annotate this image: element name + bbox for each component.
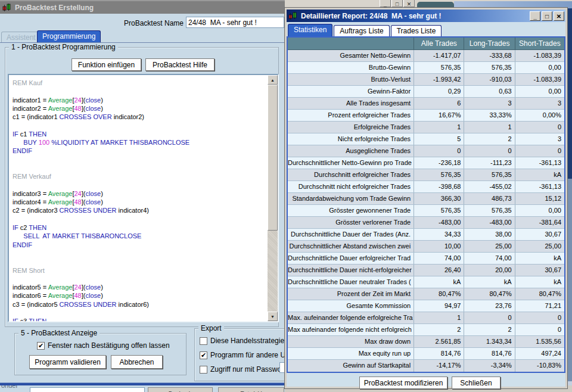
close-report-button[interactable]: Schließen: [452, 377, 500, 389]
row-value: -14,17%: [414, 360, 464, 372]
row-label: Max aufeinander folgende nicht erfolgrei…: [288, 324, 414, 335]
row-value: 74,00: [464, 253, 515, 264]
table-row: Gewinn auf Startkapital-14,17%-3,34%-10,…: [288, 360, 564, 372]
report-titlebar[interactable]: Detaillierter Report: 24/48 MA - sehr gu…: [287, 10, 565, 22]
row-value: 576,35: [414, 62, 464, 73]
code-editor[interactable]: REM Kaufindicator1 = Average[24](close)i…: [8, 74, 279, 322]
tab-programmierung[interactable]: Programmierung: [37, 30, 101, 43]
scrollbar-thumb[interactable]: [268, 85, 278, 231]
background-text-fragment: onder: [1, 385, 18, 389]
background-button-1[interactable]: Beobach: [148, 387, 213, 392]
row-label: Durchschnitt nicht erfolgreicher Trades: [288, 181, 414, 192]
row-value: 1: [414, 122, 464, 133]
background-close-button[interactable]: ✕: [403, 0, 415, 7]
background-minimize-button[interactable]: _: [380, 0, 391, 7]
row-value: -333,68: [464, 50, 515, 61]
export-checkbox[interactable]: [200, 337, 207, 345]
export-checkbox[interactable]: ✔: [200, 351, 207, 359]
row-label: Nicht erfolgreiche Trades: [288, 133, 414, 145]
export-option-row[interactable]: Diese Handelsstrategie in d: [200, 337, 285, 345]
scroll-up-icon[interactable]: ▲: [268, 75, 278, 85]
row-value: 366,30: [414, 193, 464, 204]
row-value: 497,24: [515, 348, 564, 359]
row-value: 6: [414, 98, 464, 109]
code-line: [13, 164, 268, 172]
code-line: indicator6 = Average[48](close): [13, 291, 268, 300]
close-button[interactable]: ✕: [554, 11, 564, 21]
stats-table-header: Alle TradesLong-TradesShort-Trades: [288, 38, 564, 50]
keep-open-checkbox-row[interactable]: ✔ Fenster nach Bestätigung offen lassen: [37, 341, 170, 350]
background-maximize-button[interactable]: □: [391, 0, 403, 7]
report-tab-trades-liste[interactable]: Trades Liste: [391, 25, 442, 36]
row-value: 0,00: [515, 62, 564, 73]
export-option-row[interactable]: Zugriff nur mit Passwort:: [200, 365, 285, 374]
row-label: Durchschnittliche Dauer neutraler Trades…: [288, 276, 414, 288]
background-button-2[interactable]: Entwickl: [218, 387, 284, 392]
row-label: Gewinn-Faktor: [288, 86, 414, 97]
table-row: Prozent erfolgreicher Trades16,67%33,33%…: [288, 110, 564, 122]
code-line: indicator4 = Average[48](close): [13, 198, 268, 206]
code-line: [13, 121, 268, 129]
table-row: Durchschnittlicher Abstand zwischen zwei…: [288, 241, 564, 253]
tab-assistent[interactable]: Assistent: [1, 32, 41, 43]
row-value: 26,40: [414, 265, 464, 276]
row-value: 2: [464, 133, 515, 145]
code-line: REM Kauf: [13, 79, 268, 87]
validate-button[interactable]: Programm validieren: [29, 355, 106, 369]
table-row: Ausgeglichene Trades000: [288, 145, 564, 157]
scroll-down-icon[interactable]: ▼: [268, 312, 278, 321]
row-value: 0: [515, 122, 564, 133]
cancel-button[interactable]: Abbrechen: [111, 355, 163, 369]
probacktest-titlebar[interactable]: ProBacktest Erstellung: [0, 1, 285, 14]
stats-table: Alle TradesLong-TradesShort-Trades Gesam…: [287, 36, 565, 373]
table-row: Durchschnittlicher Netto-Gewinn pro Trad…: [288, 157, 564, 169]
code-line: [13, 275, 268, 283]
modify-probacktest-button[interactable]: ProBacktest modifizieren: [359, 377, 447, 389]
row-label: Durchschnittlicher Netto-Gewinn pro Trad…: [288, 157, 414, 169]
table-row: Gesamte Kommission94,9723,7671,21: [288, 300, 564, 312]
row-value: 0: [515, 145, 564, 157]
maximize-button[interactable]: □: [542, 11, 552, 21]
report-dialog: Detaillierter Report: 24/48 MA - sehr gu…: [285, 8, 567, 388]
code-line: indicator3 = Average[24](close): [13, 189, 268, 198]
row-value: 1.535,56: [515, 336, 564, 347]
code-scrollbar[interactable]: ▲ ▼: [268, 75, 278, 321]
row-value: 0: [414, 145, 464, 157]
row-value: 34,33: [414, 229, 464, 240]
table-row: Grösster gewonnener Trade576,35576,350,0…: [288, 205, 564, 217]
export-checkbox[interactable]: [200, 366, 207, 374]
help-button[interactable]: ProBacktest Hilfe: [145, 58, 214, 71]
export-option-row[interactable]: ✔Programm für andere User: [200, 351, 285, 359]
row-value: 20,00: [464, 265, 515, 276]
code-line: ENDIF: [13, 147, 268, 155]
code-editor-content[interactable]: REM Kaufindicator1 = Average[24](close)i…: [9, 75, 268, 321]
table-row: Durchschnittliche Dauer neutraler Trades…: [288, 276, 564, 288]
report-tab-statistiken[interactable]: Statistiken: [288, 24, 332, 36]
password-input[interactable]: [279, 362, 285, 373]
insert-function-button[interactable]: Funktion einfügen: [72, 58, 141, 71]
table-row: Durchschnitt nicht erfolgreicher Trades-…: [288, 181, 564, 193]
table-row: Nicht erfolgreiche Trades523: [288, 133, 564, 145]
code-line: [13, 309, 268, 317]
minimize-button[interactable]: _: [530, 11, 540, 21]
row-value: 0: [464, 145, 515, 157]
row-value: 0: [515, 324, 564, 335]
column-header: Short-Trades: [515, 38, 564, 49]
row-value: 80,47%: [515, 288, 564, 300]
row-value: 23,76: [464, 300, 515, 312]
row-value: 2: [464, 324, 515, 335]
keep-open-checkbox[interactable]: ✔: [37, 342, 45, 350]
column-header: Alle Trades: [414, 38, 464, 49]
table-row: Erfolgreiche Trades110: [288, 122, 564, 133]
background-input-fragment[interactable]: [30, 387, 145, 392]
row-value: 1: [414, 312, 464, 323]
row-label: Brutto-Verlust: [288, 74, 414, 85]
row-label: Max equity run up: [288, 348, 414, 359]
row-value: 814,76: [464, 348, 515, 359]
row-value: 814,76: [414, 348, 464, 359]
row-value: 3: [515, 98, 564, 109]
probacktest-name-input[interactable]: [186, 17, 284, 28]
row-label: Prozent der Zeit im Markt: [288, 288, 414, 300]
report-tab-auftrags-liste[interactable]: Auftrags Liste: [334, 25, 389, 36]
row-value: 74,00: [414, 253, 464, 264]
